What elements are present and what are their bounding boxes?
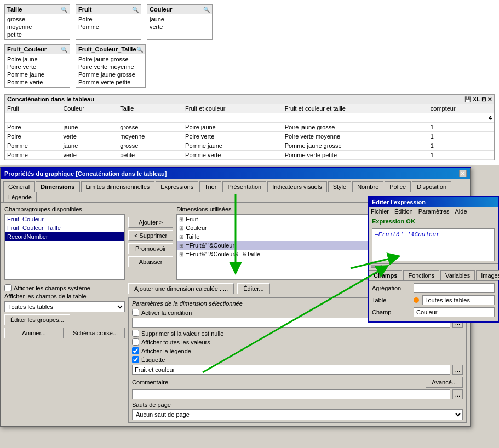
tab-indicateurs-visuels[interactable]: Indicateurs visuels xyxy=(267,181,327,192)
list-item-fruit-couleur-taille[interactable]: Fruit_Couleur_Taille xyxy=(5,223,124,232)
col-compteur: compteur xyxy=(428,104,494,113)
table-cell: Pomme xyxy=(5,141,61,151)
fruit-couleur-taille-body: Poire jaune grosse Poire verte moyenne P… xyxy=(76,54,145,87)
commentaire-input[interactable] xyxy=(132,389,450,399)
agregation-input[interactable] xyxy=(414,283,495,293)
tab-nombre[interactable]: Nombre xyxy=(352,181,383,192)
col-couleur: Couleur xyxy=(61,104,118,113)
table-cell: Poire jaune xyxy=(183,123,283,132)
etiquette-input[interactable] xyxy=(132,365,450,375)
editor-menu-item-aide[interactable]: Aide xyxy=(455,208,467,215)
etiquette-dotted-btn[interactable]: ... xyxy=(452,365,463,375)
schema-button[interactable]: Schéma croisé... xyxy=(66,328,125,338)
save-icon[interactable]: 💾 xyxy=(464,96,471,102)
list-item: verte xyxy=(150,23,210,31)
taille-search-icon[interactable]: 🔍 xyxy=(61,7,67,13)
table-cell: 1 xyxy=(428,123,494,132)
remove-button[interactable]: < Supprimer xyxy=(128,230,173,241)
tab-style[interactable]: Style xyxy=(328,181,351,192)
couleur-header: Couleur 🔍 xyxy=(147,5,212,14)
list-item-recordnumber[interactable]: RecordNumber xyxy=(5,232,124,241)
fct-search-icon[interactable]: 🔍 xyxy=(136,47,143,53)
suppress-null-checkbox[interactable] xyxy=(132,330,139,337)
editor-tab-variables[interactable]: Variables xyxy=(440,270,475,280)
add-button[interactable]: Ajouter > xyxy=(128,217,173,228)
xl-icon[interactable]: XL xyxy=(473,96,480,102)
window-icon[interactable]: ⊡ xyxy=(481,96,486,102)
second-table-row: Fruit_Couleur 🔍 Poire jaune Poire verte … xyxy=(4,44,495,88)
list-item: Pomme verte xyxy=(7,78,67,86)
suppress-null-label: Supprimer si la valeur est nulle xyxy=(141,330,223,337)
etiquette-input-row: ... xyxy=(132,365,463,375)
col-taille: Taille xyxy=(118,104,183,113)
table-cell: Poire jaune grosse xyxy=(283,123,428,132)
left-panel-label: Champs/groupes disponibles xyxy=(4,206,125,212)
system-fields-checkbox[interactable] xyxy=(4,284,12,291)
list-item-fruit-couleur[interactable]: Fruit_Couleur xyxy=(5,215,124,223)
fruit-header: Fruit 🔍 xyxy=(76,5,141,14)
list-item: grosse xyxy=(7,15,67,23)
concat-table-container: Concaténation dans le tableau 💾 XL ⊡ ✕ F… xyxy=(4,94,495,160)
editor-scrollbar[interactable] xyxy=(369,263,498,268)
tab-limites-dimensionnelles[interactable]: Limites dimensionnelles xyxy=(81,181,155,192)
etiquette-row: Étiquette xyxy=(132,356,463,363)
lower-button[interactable]: Abaisser xyxy=(128,256,173,267)
editor-tab-fonctions[interactable]: Fonctions xyxy=(403,270,439,280)
fruit-couleur-taille-table: Fruit_Couleur_Taille 🔍 Poire jaune gross… xyxy=(76,44,146,88)
taille-table: Taille 🔍 grosse moyenne petite xyxy=(4,4,70,40)
tab-expressions[interactable]: Expressions xyxy=(156,181,198,192)
close-icon[interactable]: ✕ xyxy=(487,96,492,102)
couleur-body: jaune verte xyxy=(147,14,212,32)
fruit-couleur-header: Fruit_Couleur 🔍 xyxy=(5,45,70,54)
avance-button[interactable]: Avancé... xyxy=(426,377,463,388)
promote-button[interactable]: Promouvoir xyxy=(128,243,173,254)
table-label: Table xyxy=(372,297,410,303)
dialog-titlebar: Propriétés du graphique [Concaténation d… xyxy=(1,168,470,179)
available-fields-list[interactable]: Fruit_Couleur Fruit_Couleur_Taille Recor… xyxy=(4,214,125,280)
edit-dim-button[interactable]: Éditer... xyxy=(237,283,269,294)
editor-menu-item-fichier[interactable]: Fichier xyxy=(371,208,389,215)
champ-value: Couleur xyxy=(414,307,495,317)
commentaire-input-row: ... xyxy=(132,389,463,399)
list-item: jaune xyxy=(150,15,210,23)
tab-police[interactable]: Police xyxy=(385,181,411,192)
editor-code[interactable]: =Fruit&' '&Couleur xyxy=(372,228,495,261)
tab-dimensions[interactable]: Dimensions xyxy=(36,181,79,192)
tab-légende[interactable]: Légende xyxy=(3,192,37,202)
close-dialog-button[interactable]: ✕ xyxy=(459,170,467,177)
tab-général[interactable]: Général xyxy=(3,181,35,192)
tab-présentation[interactable]: Présentation xyxy=(222,181,266,192)
col-fruit: Fruit xyxy=(5,104,61,113)
field-table-dropdown[interactable]: Toutes les tables xyxy=(4,301,125,312)
tab-trier[interactable]: Trier xyxy=(199,181,221,192)
add-calc-dim-button[interactable]: Ajouter une dimension calculée ..... xyxy=(128,283,234,294)
editor-code-area: =Fruit&' '&Couleur xyxy=(369,226,498,263)
table-cell: verte xyxy=(61,151,118,160)
editor-menu-item-paramètres[interactable]: Paramètres xyxy=(418,208,450,215)
show-all-checkbox[interactable] xyxy=(132,338,139,346)
fruit-couleur-search-icon[interactable]: 🔍 xyxy=(61,47,67,53)
table-cell: 1 xyxy=(428,132,494,141)
list-item: moyenne xyxy=(7,23,67,31)
editor-tab-champs[interactable]: Champs xyxy=(369,270,402,280)
editor-menu-item-édition[interactable]: Édition xyxy=(394,208,413,215)
edit-groups-button[interactable]: Éditer les groupes... xyxy=(4,314,70,325)
plus-icon: ⊞ xyxy=(179,234,183,240)
col-fruit-couleur: Fruit et couleur xyxy=(183,104,283,113)
fruit-search-icon[interactable]: 🔍 xyxy=(132,7,139,13)
activate-cond-checkbox[interactable] xyxy=(132,309,139,316)
animate-button[interactable]: Animer... xyxy=(4,328,64,338)
editor-tab-images[interactable]: Images xyxy=(476,270,499,280)
orange-dot-icon xyxy=(414,297,419,303)
table-cell: jaune xyxy=(61,141,118,151)
etiquette-checkbox[interactable] xyxy=(132,356,139,363)
show-legend-row: Afficher la légende xyxy=(132,347,463,354)
commentaire-dotted-btn[interactable]: ... xyxy=(452,389,463,399)
fruit-title: Fruit xyxy=(78,6,91,13)
concat-table-header: Concaténation dans le tableau 💾 XL ⊡ ✕ xyxy=(5,95,494,104)
first-table-row: Taille 🔍 grosse moyenne petite Fruit 🔍 P… xyxy=(4,4,495,40)
couleur-search-icon[interactable]: 🔍 xyxy=(203,7,210,13)
show-legend-checkbox[interactable] xyxy=(132,347,139,354)
sauts-dropdown[interactable]: Aucun saut de page xyxy=(132,409,463,420)
tab-disposition[interactable]: Disposition xyxy=(412,181,451,192)
